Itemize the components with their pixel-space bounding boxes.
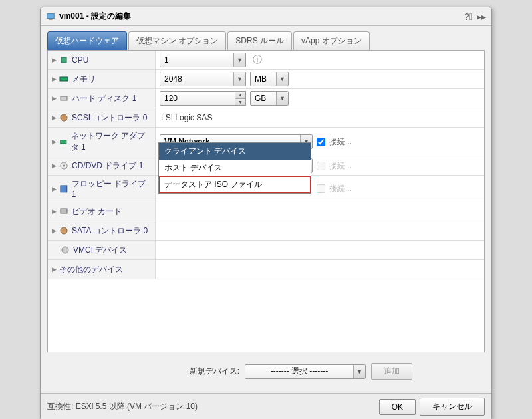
help-icon[interactable]: ?⃝	[464, 11, 473, 22]
expander-icon[interactable]: ▶	[52, 95, 57, 102]
expander-icon[interactable]: ▶	[52, 186, 57, 192]
expander-icon[interactable]: ▶	[52, 162, 57, 169]
spinner-up-icon[interactable]: ▲	[235, 92, 245, 99]
cddvd-connect-label: 接続...	[329, 160, 352, 172]
scsi-value: LSI Logic SAS	[160, 113, 212, 122]
svg-point-12	[62, 247, 68, 253]
chevron-down-icon: ▼	[276, 72, 288, 86]
tab-virtual-hardware[interactable]: 仮想ハードウェア	[47, 31, 127, 50]
scsi-label: SCSI コントローラ 0	[72, 112, 147, 124]
disk-size-input[interactable]: 120	[160, 91, 235, 106]
network-connect-checkbox[interactable]	[317, 138, 325, 146]
row-memory: ▶ メモリ 2048 ▼ MB ▼	[48, 70, 484, 89]
dropdown-item-datastore-iso[interactable]: データストア ISO ファイル	[159, 176, 311, 193]
disk-size-spinner[interactable]: ▲ ▼	[235, 91, 246, 106]
svg-point-5	[61, 114, 67, 121]
info-icon[interactable]: ⓘ	[253, 54, 262, 66]
network-connect-label: 接続...	[329, 136, 352, 148]
cddvd-dropdown: クライアント デバイス ホスト デバイス データストア ISO ファイル	[158, 142, 311, 194]
tab-sdrs-rules[interactable]: SDRS ルール	[227, 31, 292, 50]
cancel-button[interactable]: キャンセル	[420, 398, 485, 416]
svg-rect-0	[47, 13, 55, 18]
video-icon	[59, 207, 68, 216]
cddvd-icon	[59, 161, 68, 170]
network-icon	[59, 137, 68, 146]
vmci-label: VMCI デバイス	[73, 245, 127, 256]
svg-point-8	[63, 165, 65, 167]
expander-icon[interactable]: ▶	[52, 138, 57, 145]
memory-unit-select[interactable]: MB ▼	[250, 72, 289, 86]
svg-rect-1	[49, 19, 52, 19]
svg-rect-6	[61, 140, 66, 143]
row-sata: ▶ SATA コントローラ 0	[48, 221, 484, 241]
titlebar: vm001 - 設定の編集 ?⃝ ▸▸	[41, 7, 491, 26]
cpu-select[interactable]: 1 ▼	[160, 53, 246, 67]
scsi-icon	[59, 113, 68, 122]
svg-point-11	[61, 227, 67, 234]
new-device-label: 新規デバイス:	[120, 366, 239, 377]
expander-icon[interactable]: ▶	[52, 227, 57, 234]
dialog-title: vm001 - 設定の編集	[59, 11, 460, 22]
disk-label: ハード ディスク 1	[72, 93, 136, 104]
expander-icon[interactable]: ▶	[52, 114, 57, 121]
row-vmci: VMCI デバイス	[48, 241, 484, 260]
floppy-connect-label: 接続...	[329, 183, 352, 194]
chevron-down-icon: ▼	[276, 92, 288, 105]
expand-icon[interactable]: ▸▸	[477, 11, 486, 22]
sata-icon	[59, 226, 68, 235]
expander-icon[interactable]: ▶	[52, 76, 57, 82]
edit-settings-dialog: vm001 - 設定の編集 ?⃝ ▸▸ 仮想ハードウェア 仮想マシン オプション…	[40, 7, 492, 419]
row-harddisk: ▶ ハード ディスク 1 120 ▲ ▼ GB ▼	[48, 89, 484, 108]
floppy-icon	[59, 184, 68, 194]
memory-icon	[59, 74, 68, 84]
network-label: ネットワーク アダプタ 1	[71, 130, 151, 153]
svg-rect-4	[61, 96, 67, 100]
chevron-down-icon: ▼	[233, 53, 245, 67]
row-scsi: ▶ SCSI コントローラ 0 LSI Logic SAS	[48, 108, 484, 128]
memory-label: メモリ	[72, 74, 96, 85]
floppy-label: フロッピー ドライブ 1	[72, 178, 151, 199]
tab-vapp-options[interactable]: vApp オプション	[293, 31, 370, 50]
ok-button[interactable]: OK	[379, 399, 416, 415]
svg-rect-9	[61, 186, 67, 192]
vm-icon	[46, 12, 55, 21]
spinner-down-icon[interactable]: ▼	[235, 99, 245, 106]
dialog-footer: 互換性: ESXi 5.5 以降 (VM バージョン 10) OK キャンセル	[41, 393, 491, 419]
chevron-down-icon: ▼	[353, 365, 365, 378]
tab-vm-options[interactable]: 仮想マシン オプション	[128, 31, 226, 50]
new-device-select[interactable]: ------- 選択 ------- ▼	[245, 364, 366, 379]
svg-rect-3	[60, 77, 68, 81]
dropdown-item-host-device[interactable]: ホスト デバイス	[159, 160, 311, 176]
other-label: その他のデバイス	[59, 264, 123, 275]
row-other: ▶ その他のデバイス	[48, 260, 484, 279]
hardware-content: ▶ CPU 1 ▼ ⓘ ▶ メモリ	[47, 50, 485, 352]
compatibility-text: 互換性: ESXi 5.5 以降 (VM バージョン 10)	[47, 401, 375, 412]
cpu-label: CPU	[72, 55, 88, 65]
row-cpu: ▶ CPU 1 ▼ ⓘ	[48, 51, 484, 70]
cddvd-label: CD/DVD ドライブ 1	[72, 160, 143, 172]
svg-rect-2	[61, 57, 66, 63]
video-label: ビデオ カード	[72, 206, 122, 217]
add-button[interactable]: 追加	[371, 363, 412, 380]
dropdown-item-client-device[interactable]: クライアント デバイス	[159, 143, 311, 160]
disk-icon	[59, 94, 68, 103]
floppy-connect-checkbox	[317, 184, 325, 193]
disk-unit-select[interactable]: GB ▼	[250, 91, 289, 106]
sata-label: SATA コントローラ 0	[72, 225, 148, 237]
row-video: ▶ ビデオ カード	[48, 202, 484, 221]
new-device-row: 新規デバイス: ------- 選択 ------- ▼ 追加	[47, 358, 485, 388]
chevron-down-icon: ▼	[233, 72, 245, 86]
cpu-icon	[59, 55, 68, 65]
vmci-icon	[61, 245, 70, 255]
expander-icon[interactable]: ▶	[52, 57, 57, 63]
expander-icon[interactable]: ▶	[52, 266, 57, 273]
svg-rect-10	[61, 209, 67, 213]
cddvd-connect-checkbox	[317, 162, 325, 170]
memory-input[interactable]: 2048 ▼	[160, 72, 246, 86]
tab-bar: 仮想ハードウェア 仮想マシン オプション SDRS ルール vApp オプション	[41, 26, 491, 50]
expander-icon[interactable]: ▶	[52, 208, 57, 215]
